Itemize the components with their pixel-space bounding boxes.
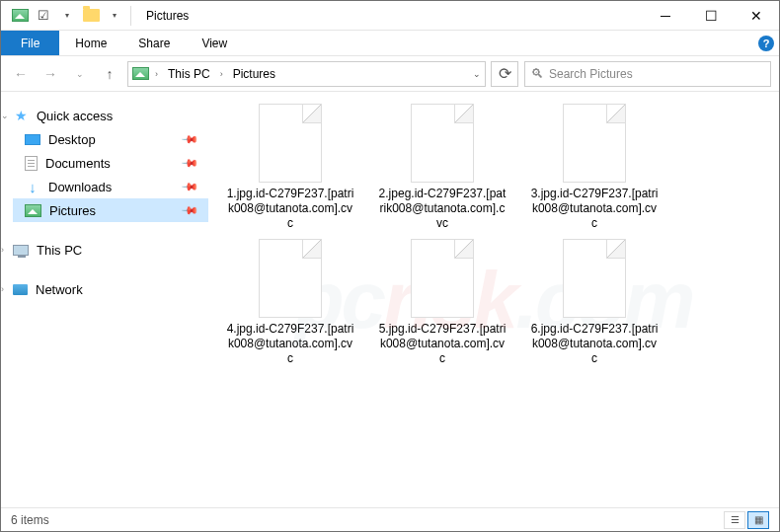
location-icon: [132, 67, 149, 80]
file-name: 6.jpg.id-C279F237.[patrik008@tutanota.co…: [530, 322, 659, 366]
quick-access-toolbar: ☑ ▾ ▾: [1, 5, 125, 27]
file-icon: [563, 239, 626, 318]
nav-item-documents[interactable]: Documents 📌: [13, 151, 208, 175]
nav-label: Pictures: [49, 203, 96, 218]
documents-icon: [25, 156, 38, 171]
chevron-right-icon[interactable]: ›: [1, 284, 4, 294]
nav-quick-access[interactable]: ⌄ ★ Quick access: [13, 104, 208, 127]
pin-icon: 📌: [180, 129, 198, 148]
search-icon: 🔍︎: [531, 66, 544, 81]
recent-dropdown-icon[interactable]: ⌄: [68, 62, 92, 86]
view-details-button[interactable]: ☰: [724, 511, 745, 529]
pin-icon: 📌: [180, 153, 198, 172]
file-icon: [411, 239, 474, 318]
chevron-down-icon[interactable]: ⌄: [1, 111, 9, 120]
close-button[interactable]: ✕: [734, 1, 779, 31]
item-count: 6 items: [11, 513, 49, 527]
desktop-icon: [25, 134, 40, 145]
pin-icon: 📌: [180, 200, 198, 219]
chevron-right-icon[interactable]: ›: [218, 69, 225, 79]
file-icon: [411, 104, 474, 183]
qat-properties-icon[interactable]: ☑: [33, 5, 54, 27]
nav-label: Downloads: [48, 180, 112, 194]
back-button[interactable]: ←: [9, 62, 33, 86]
nav-label: This PC: [37, 243, 82, 258]
file-name: 3.jpg.id-C279F237.[patrik008@tutanota.co…: [530, 187, 659, 231]
file-name: 4.jpg.id-C279F237.[patrik008@tutanota.co…: [226, 322, 354, 366]
pictures-icon: [25, 204, 41, 217]
file-item[interactable]: 2.jpeg.id-C279F237.[patrik008@tutanota.c…: [378, 104, 507, 231]
file-icon: [259, 239, 322, 318]
nav-label: Quick access: [37, 109, 113, 123]
file-name: 1.jpg.id-C279F237.[patrik008@tutanota.co…: [226, 187, 354, 231]
nav-item-desktop[interactable]: Desktop 📌: [13, 127, 208, 151]
nav-label: Network: [36, 282, 83, 297]
chevron-right-icon[interactable]: ›: [1, 245, 4, 255]
file-icon: [563, 104, 626, 183]
nav-this-pc[interactable]: › This PC: [13, 238, 208, 262]
address-dropdown-icon[interactable]: ⌄: [473, 69, 481, 79]
tab-share[interactable]: Share: [122, 31, 186, 55]
file-item[interactable]: 4.jpg.id-C279F237.[patrik008@tutanota.co…: [226, 239, 354, 366]
file-item[interactable]: 3.jpg.id-C279F237.[patrik008@tutanota.co…: [530, 104, 659, 231]
file-tab[interactable]: File: [1, 31, 59, 55]
view-large-icons-button[interactable]: ▦: [747, 511, 769, 529]
downloads-icon: ↓: [25, 179, 40, 194]
tab-view[interactable]: View: [186, 31, 243, 55]
network-icon: [13, 284, 28, 295]
forward-button[interactable]: →: [39, 62, 62, 86]
minimize-button[interactable]: ─: [643, 1, 688, 31]
folder-icon: [80, 5, 102, 27]
file-name: 5.jpg.id-C279F237.[patrik008@tutanota.co…: [378, 322, 507, 366]
nav-label: Desktop: [48, 132, 96, 147]
address-bar: ← → ⌄ ↑ › This PC › Pictures ⌄ ⟳ 🔍︎ Sear…: [1, 56, 779, 92]
help-button[interactable]: ?: [753, 31, 779, 55]
tab-home[interactable]: Home: [59, 31, 122, 55]
search-input[interactable]: 🔍︎ Search Pictures: [524, 61, 771, 87]
window-title: Pictures: [146, 9, 189, 23]
file-item[interactable]: 5.jpg.id-C279F237.[patrik008@tutanota.co…: [378, 239, 507, 366]
breadcrumb[interactable]: › This PC › Pictures ⌄: [127, 61, 486, 87]
file-name: 2.jpeg.id-C279F237.[patrik008@tutanota.c…: [378, 187, 507, 231]
refresh-button[interactable]: ⟳: [491, 61, 518, 87]
star-icon: ★: [13, 108, 29, 123]
navigation-pane: ⌄ ★ Quick access Desktop 📌 Documents 📌 ↓…: [1, 92, 208, 507]
file-icon: [259, 104, 322, 183]
nav-label: Documents: [45, 156, 111, 171]
nav-item-downloads[interactable]: ↓ Downloads 📌: [13, 175, 208, 198]
pc-icon: [13, 245, 29, 256]
nav-item-pictures[interactable]: Pictures 📌: [13, 198, 208, 222]
file-item[interactable]: 1.jpg.id-C279F237.[patrik008@tutanota.co…: [226, 104, 354, 231]
qat-neworder-icon[interactable]: ▾: [104, 5, 125, 27]
pin-icon: 📌: [180, 177, 198, 195]
nav-network[interactable]: › Network: [13, 277, 208, 301]
file-item[interactable]: 6.jpg.id-C279F237.[patrik008@tutanota.co…: [530, 239, 659, 366]
crumb-pictures[interactable]: Pictures: [229, 65, 279, 83]
maximize-button[interactable]: ☐: [688, 1, 734, 31]
status-bar: 6 items ☰ ▦: [1, 507, 779, 531]
file-list[interactable]: pcrisk.com 1.jpg.id-C279F237.[patrik008@…: [208, 92, 779, 507]
title-bar: ☑ ▾ ▾ Pictures ─ ☐ ✕: [1, 1, 779, 31]
qat-dropdown-icon[interactable]: ▾: [56, 5, 78, 27]
up-button[interactable]: ↑: [98, 62, 121, 86]
ribbon: File Home Share View ?: [1, 31, 779, 56]
search-placeholder: Search Pictures: [549, 67, 633, 81]
crumb-this-pc[interactable]: This PC: [164, 65, 214, 83]
explorer-icon[interactable]: [9, 5, 31, 27]
chevron-right-icon[interactable]: ›: [153, 69, 160, 79]
